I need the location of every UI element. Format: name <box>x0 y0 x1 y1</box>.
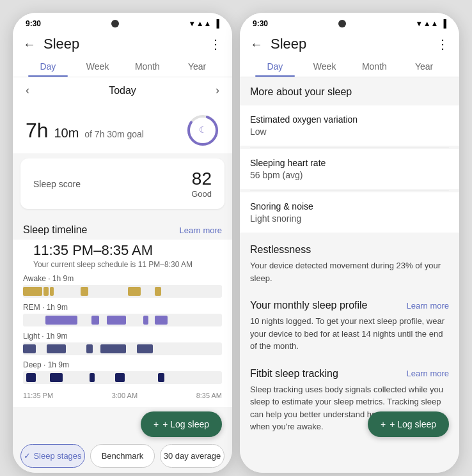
more-button-2[interactable]: ⋮ <box>436 36 449 52</box>
seg-rem-3 <box>107 316 126 325</box>
time-1: 9:30 <box>26 19 41 28</box>
content-scroll-1: ‹ Today › 7h 10m of 7h 30m goal ☾ Sleep … <box>13 77 232 439</box>
sleep-minutes: 10m <box>54 126 79 140</box>
xaxis-end: 8:35 AM <box>196 392 222 399</box>
seg-light-4 <box>100 344 126 353</box>
30-day-btn[interactable]: 30 day average <box>160 444 224 468</box>
seg-awake-1 <box>23 287 42 296</box>
app-header-left-2: ← Sleep <box>250 36 306 52</box>
tab-day-2[interactable]: Day <box>250 55 300 77</box>
xaxis-mid: 3:00 AM <box>112 392 138 399</box>
app-header-1: ← Sleep ⋮ <box>13 31 232 55</box>
tab-week-2[interactable]: Week <box>300 55 350 77</box>
app-title-1: Sleep <box>43 36 79 52</box>
fitbit-header: Fitbit sleep tracking Learn more <box>250 368 449 380</box>
prev-date-button[interactable]: ‹ <box>26 84 29 97</box>
app-title-2: Sleep <box>271 36 306 52</box>
stage-rem-label: REM · 1h 9m <box>23 303 222 312</box>
seg-rem-5 <box>155 316 168 325</box>
back-button-1[interactable]: ← <box>23 37 36 52</box>
seg-rem-1 <box>45 316 77 325</box>
monthly-profile-header: Your monthly sleep profile Learn more <box>250 300 449 311</box>
seg-deep-3 <box>90 373 95 382</box>
30-day-label: 30 day average <box>164 451 221 461</box>
battery-icon-2: ▐ <box>441 19 446 28</box>
tab-year-2[interactable]: Year <box>399 55 449 77</box>
back-button-2[interactable]: ← <box>250 37 263 52</box>
metric-heart-name: Sleeping heart rate <box>250 158 449 168</box>
wifi-icon-2: ▾ <box>417 19 421 28</box>
date-nav-1: ‹ Today › <box>13 77 232 104</box>
bottom-controls-1: ✓ Sleep stages Benchmark 30 day average <box>13 439 232 473</box>
benchmark-btn[interactable]: Benchmark <box>90 444 155 468</box>
tab-week-1[interactable]: Week <box>73 55 123 77</box>
sleep-stages-btn[interactable]: ✓ Sleep stages <box>20 444 85 468</box>
seg-deep-1 <box>26 373 36 382</box>
tab-bar-2: Day Week Month Year <box>240 55 459 77</box>
signal-icon-2: ▲▲ <box>423 19 439 28</box>
sleep-summary: 7h 10m of 7h 30m goal ☾ <box>13 104 232 153</box>
next-date-button[interactable]: › <box>216 84 219 97</box>
xaxis-start: 11:35 PM <box>23 392 53 399</box>
sleep-ring-icon: ☾ <box>186 114 219 147</box>
stage-awake: Awake · 1h 9m <box>23 274 222 298</box>
sleep-schedule-note: Your current sleep schedule is 11 PM–8:3… <box>23 260 222 274</box>
monthly-profile-title: Your monthly sleep profile <box>250 300 368 311</box>
log-sleep-icon-2: + <box>381 419 386 429</box>
metric-card-oxygen: Estimated oxygen variation Low <box>240 105 459 146</box>
log-sleep-fab-1[interactable]: + + Log sleep <box>141 411 222 437</box>
tab-month-1[interactable]: Month <box>123 55 173 77</box>
tab-month-2[interactable]: Month <box>350 55 400 77</box>
tab-year-1[interactable]: Year <box>172 55 222 77</box>
timeline-learn-more[interactable]: Learn more <box>180 226 222 235</box>
metric-snoring-name: Snoring & noise <box>250 201 449 211</box>
stage-awake-track <box>23 285 222 298</box>
checkmark-icon: ✓ <box>24 451 31 461</box>
metric-oxygen-name: Estimated oxygen variation <box>250 114 449 125</box>
camera-center-1 <box>41 20 190 27</box>
fitbit-learn-more[interactable]: Learn more <box>407 369 449 378</box>
camera-center-2 <box>268 20 417 27</box>
log-sleep-icon: + <box>153 419 159 429</box>
seg-light-1 <box>23 344 36 353</box>
status-bar-1: 9:30 ▾ ▲▲ ▐ <box>13 13 232 31</box>
more-button-1[interactable]: ⋮ <box>209 36 222 52</box>
stage-light-track <box>23 342 222 355</box>
status-bar-2: 9:30 ▾ ▲▲ ▐ <box>240 13 459 31</box>
timeline-title: Sleep timeline <box>23 224 88 236</box>
tab-bar-1: Day Week Month Year <box>13 55 232 77</box>
restlessness-title: Restlessness <box>250 244 449 256</box>
seg-awake-3 <box>50 287 54 296</box>
more-sleep-title: More about your sleep <box>240 77 459 103</box>
tab-day-1[interactable]: Day <box>23 55 73 77</box>
monthly-profile-learn-more[interactable]: Learn more <box>407 301 449 311</box>
phone-1: 9:30 ▾ ▲▲ ▐ ← Sleep ⋮ Day Week Month Yea… <box>13 13 232 473</box>
stage-deep: Deep · 1h 9m <box>23 360 222 384</box>
divider-2 <box>250 190 449 191</box>
time-2: 9:30 <box>253 19 268 28</box>
metrics-group: Estimated oxygen variation Low Sleeping … <box>240 105 459 233</box>
score-desc: Good <box>191 189 212 199</box>
fitbit-title: Fitbit sleep tracking <box>250 368 338 380</box>
timeline-xaxis: 11:35 PM 3:00 AM 8:35 AM <box>23 389 222 402</box>
score-number: 82 <box>191 169 212 189</box>
timeline-header: Sleep timeline Learn more <box>13 214 232 240</box>
sleep-goal: of 7h 30m goal <box>84 129 144 139</box>
log-sleep-fab-2[interactable]: + + Log sleep <box>368 411 449 437</box>
sleep-duration: 7h 10m of 7h 30m goal <box>26 119 144 142</box>
metric-snoring-value: Light snoring <box>250 213 449 224</box>
seg-deep-5 <box>158 373 164 382</box>
seg-deep-4 <box>115 373 125 382</box>
battery-icon: ▐ <box>214 19 219 28</box>
sleep-hours: 7h <box>26 119 49 142</box>
seg-light-3 <box>86 344 93 353</box>
metric-card-snoring: Snoring & noise Light snoring <box>240 192 459 233</box>
seg-light-2 <box>47 344 66 353</box>
wifi-icon: ▾ <box>190 19 194 28</box>
divider-1 <box>250 147 449 148</box>
seg-light-5 <box>137 344 153 353</box>
metric-heart-value: 56 bpm (avg) <box>250 170 449 180</box>
seg-rem-2 <box>91 316 99 325</box>
stage-light-label: Light · 1h 9m <box>23 332 222 341</box>
seg-awake-6 <box>155 287 161 296</box>
